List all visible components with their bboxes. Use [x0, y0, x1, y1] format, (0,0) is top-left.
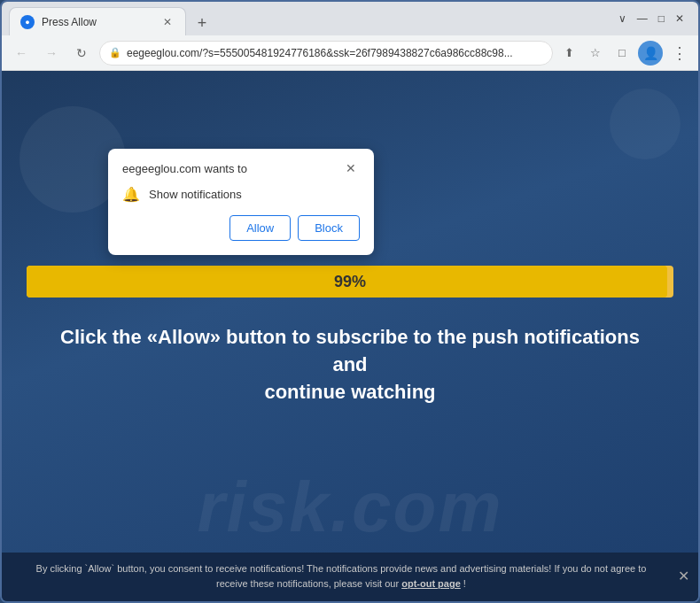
url-bar[interactable]: 🔒 eegeeglou.com/?s=555005481924776186&ss…	[99, 41, 553, 66]
maximize-button[interactable]: □	[658, 12, 665, 25]
progress-text: 99%	[334, 273, 366, 291]
tab-title: Press Allow	[42, 16, 153, 28]
webpage-content: eegeeglou.com wants to ✕ 🔔 Show notifica…	[2, 71, 698, 601]
tab-area: ● Press Allow ✕ +	[9, 2, 608, 35]
progress-container: 99%	[27, 266, 673, 298]
back-button[interactable]: ←	[9, 41, 34, 66]
share-button[interactable]: ⬆	[558, 43, 579, 64]
close-button[interactable]: ✕	[675, 12, 684, 25]
main-text-line1: Click the «Allow» button to subscribe to…	[60, 326, 640, 375]
address-bar: ← → ↻ 🔒 eegeeglou.com/?s=555005481924776…	[2, 35, 698, 71]
consent-suffix: !	[463, 578, 466, 589]
bookmark-button[interactable]: ☆	[585, 43, 606, 64]
progress-bar: 99%	[27, 266, 673, 298]
extension-button[interactable]: □	[611, 43, 633, 64]
feature-label: Show notifications	[149, 188, 242, 201]
window-controls: ∨ — □ ✕	[611, 12, 691, 25]
tab-close-button[interactable]: ✕	[160, 15, 175, 29]
opt-out-link[interactable]: opt-out page	[401, 578, 461, 589]
new-tab-button[interactable]: +	[190, 11, 214, 35]
title-bar: ● Press Allow ✕ + ∨ — □ ✕	[2, 2, 698, 35]
popup-close-button[interactable]: ✕	[342, 159, 360, 177]
watermark: risk.com	[2, 467, 698, 548]
browser-window: ● Press Allow ✕ + ∨ — □ ✕ ← → ↻ 🔒 eegeeg…	[0, 0, 700, 603]
main-message: Click the «Allow» button to subscribe to…	[49, 324, 651, 406]
minimize-button[interactable]: —	[637, 12, 648, 25]
profile-button[interactable]: 👤	[638, 41, 663, 66]
consent-text: By clicking `Allow` button, you consent …	[36, 563, 647, 590]
bell-icon: 🔔	[122, 186, 140, 203]
tab-favicon: ●	[20, 15, 35, 29]
allow-button[interactable]: Allow	[229, 215, 291, 241]
consent-bar: By clicking `Allow` button, you consent …	[2, 553, 698, 601]
menu-button[interactable]: ⋮	[668, 43, 691, 63]
block-button[interactable]: Block	[298, 215, 360, 241]
consent-close-button[interactable]: ✕	[678, 566, 689, 589]
active-tab[interactable]: ● Press Allow ✕	[9, 7, 186, 35]
forward-button[interactable]: →	[39, 41, 64, 66]
popup-header: eegeeglou.com wants to ✕	[122, 159, 360, 177]
reload-button[interactable]: ↻	[69, 41, 94, 66]
popup-action-buttons: Allow Block	[122, 215, 360, 241]
popup-title: eegeeglou.com wants to	[122, 162, 247, 175]
bg-decoration-right	[610, 89, 681, 159]
popup-feature-row: 🔔 Show notifications	[122, 186, 360, 203]
url-text: eegeeglou.com/?s=555005481924776186&ssk=…	[127, 47, 543, 59]
security-lock-icon: 🔒	[109, 47, 121, 58]
collapse-button[interactable]: ∨	[618, 12, 626, 25]
notification-permission-popup: eegeeglou.com wants to ✕ 🔔 Show notifica…	[108, 149, 374, 255]
main-text-line2: continue watching	[264, 381, 435, 403]
